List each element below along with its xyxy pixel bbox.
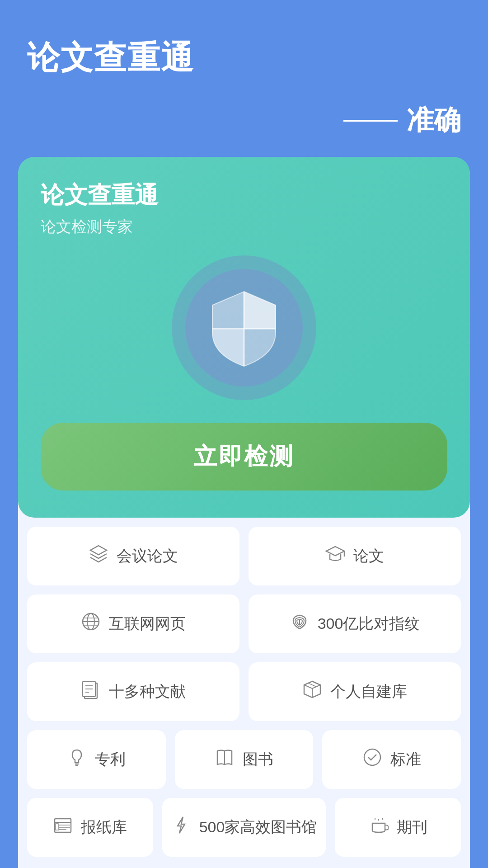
- svg-line-21: [308, 683, 316, 687]
- standard-label: 标准: [390, 749, 421, 770]
- feature-standard[interactable]: 标准: [322, 730, 461, 789]
- shield-outer-circle: [172, 255, 316, 400]
- grid-row-4: 专利 图书 标准: [27, 730, 461, 789]
- feature-literature[interactable]: 十多种文献: [27, 662, 239, 721]
- newspaper-icon: [53, 815, 73, 840]
- grid-row-5: 报纸库 500家高效图书馆: [27, 798, 461, 857]
- subtitle-row: 准确: [0, 93, 488, 157]
- lightning-icon: [171, 815, 191, 840]
- box-icon: [302, 679, 322, 704]
- svg-point-25: [364, 749, 380, 765]
- grid-row-1: 会议论文 论文: [27, 527, 461, 585]
- paper-label: 论文: [353, 546, 384, 566]
- feature-paper[interactable]: 论文: [249, 527, 461, 585]
- feature-personal-lib[interactable]: 个人自建库: [249, 662, 461, 721]
- feature-library[interactable]: 500家高效图书馆: [162, 798, 326, 857]
- shield-icon: [208, 287, 280, 368]
- main-content: 论文查重通 论文检测专家: [18, 157, 470, 868]
- grid-row-3: 十多种文献 个人自建库: [27, 662, 461, 721]
- library-label: 500家高效图书馆: [199, 817, 317, 838]
- svg-marker-2: [90, 546, 107, 555]
- literature-label: 十多种文献: [109, 681, 186, 702]
- svg-rect-31: [56, 824, 58, 830]
- header-line-decoration: [343, 120, 398, 122]
- card-title: 论文查重通: [41, 179, 447, 211]
- web-label: 互联网网页: [109, 613, 186, 634]
- feature-journal[interactable]: 期刊: [335, 798, 461, 857]
- app-title: 论文查重通: [27, 36, 461, 80]
- grid-row-2: 互联网网页 300亿比对指纹: [27, 594, 461, 653]
- feature-conference-paper[interactable]: 会议论文: [27, 527, 239, 585]
- graduation-icon: [325, 544, 345, 568]
- feature-book[interactable]: 图书: [175, 730, 314, 789]
- document-icon: [81, 679, 101, 704]
- book-label: 图书: [243, 749, 273, 770]
- conference-paper-label: 会议论文: [117, 546, 178, 566]
- web-icon: [81, 612, 101, 636]
- header-subtitle: 准确: [407, 102, 461, 139]
- feature-fingerprint[interactable]: 300亿比对指纹: [249, 594, 461, 653]
- features-grid: 会议论文 论文: [18, 527, 470, 857]
- detect-button[interactable]: 立即检测: [41, 423, 447, 491]
- shield-container: [41, 255, 447, 400]
- card-subtitle: 论文检测专家: [41, 217, 447, 237]
- promo-card: 论文查重通 论文检测专家: [18, 157, 470, 518]
- svg-marker-3: [326, 547, 344, 556]
- feature-patent[interactable]: 专利: [27, 730, 166, 789]
- fingerprint-label: 300亿比对指纹: [318, 613, 420, 634]
- svg-marker-32: [178, 817, 185, 833]
- layers-icon: [89, 544, 108, 568]
- journal-label: 期刊: [397, 817, 427, 838]
- patent-label: 专利: [95, 749, 126, 770]
- bulb-icon: [67, 747, 87, 772]
- personal-lib-label: 个人自建库: [330, 681, 407, 702]
- coffee-icon: [369, 815, 389, 840]
- check-circle-icon: [362, 747, 382, 772]
- newspaper-label: 报纸库: [81, 817, 127, 838]
- feature-web[interactable]: 互联网网页: [27, 594, 239, 653]
- book-icon: [215, 747, 235, 772]
- feature-newspaper[interactable]: 报纸库: [27, 798, 153, 857]
- fingerprint-icon: [290, 612, 310, 636]
- shield-inner-circle: [185, 269, 303, 387]
- header: 论文查重通: [0, 0, 488, 93]
